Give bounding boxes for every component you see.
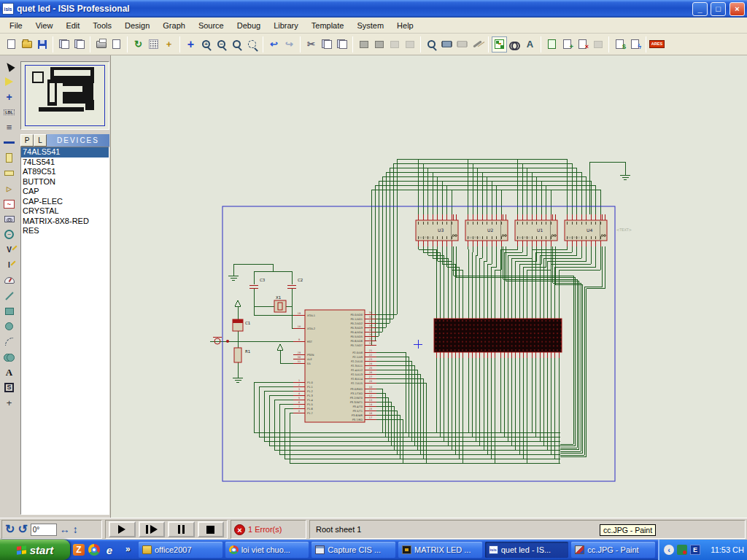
menu-debug[interactable]: Debug bbox=[231, 19, 267, 32]
internet-explorer-icon[interactable]: e bbox=[104, 544, 115, 556]
generator-mode-icon[interactable]: ~ bbox=[0, 227, 18, 242]
new-sheet-icon[interactable]: + bbox=[560, 36, 575, 52]
pick-devices-button[interactable]: P bbox=[20, 134, 34, 147]
2d-line-mode-icon[interactable] bbox=[0, 288, 18, 303]
redo-icon[interactable]: ↪ bbox=[282, 36, 297, 52]
device-item-at89c51[interactable]: AT89C51 bbox=[21, 167, 109, 177]
print-icon[interactable] bbox=[93, 36, 109, 52]
menu-tools[interactable]: Tools bbox=[86, 19, 118, 32]
block-move-icon[interactable] bbox=[371, 36, 387, 52]
2d-circle-mode-icon[interactable] bbox=[0, 319, 18, 334]
block-copy-icon[interactable] bbox=[356, 36, 371, 52]
stop-button[interactable] bbox=[198, 521, 225, 537]
taskbar-task-4[interactable]: MATRIX LED ... bbox=[398, 542, 482, 558]
device-item-matrix-8x8-red[interactable]: MATRIX-8X8-RED bbox=[21, 217, 109, 227]
device-item-cap-elec[interactable]: CAP-ELEC bbox=[21, 197, 109, 207]
wire-autorouter-icon[interactable] bbox=[492, 36, 507, 52]
zoom-area-icon[interactable] bbox=[244, 36, 260, 52]
terminals-mode-icon[interactable] bbox=[0, 166, 18, 181]
zoom-all-icon[interactable] bbox=[229, 36, 244, 52]
menu-graph[interactable]: Graph bbox=[156, 19, 192, 32]
current-probe-mode-icon[interactable]: I bbox=[0, 257, 18, 273]
mark-output-area-icon[interactable] bbox=[109, 36, 124, 52]
2d-arc-mode-icon[interactable] bbox=[0, 334, 18, 349]
antivirus-icon[interactable] bbox=[677, 545, 687, 555]
2d-symbol-mode-icon[interactable]: S bbox=[0, 380, 18, 395]
buses-mode-icon[interactable] bbox=[0, 135, 18, 150]
taskbar-task-5[interactable]: isisquet led - IS... bbox=[485, 542, 569, 558]
menu-view[interactable]: View bbox=[29, 19, 60, 32]
rotate-cw-button[interactable]: ↻ bbox=[5, 524, 15, 535]
device-item-74ls541[interactable]: 74LS541 bbox=[21, 158, 109, 168]
open-design-icon[interactable] bbox=[19, 36, 34, 52]
paste-icon[interactable] bbox=[334, 36, 349, 52]
taskbar-task-1[interactable]: office2007 bbox=[139, 542, 222, 558]
pause-button[interactable] bbox=[168, 521, 195, 537]
rotate-ccw-button[interactable]: ↺ bbox=[18, 524, 27, 535]
chevron-icon[interactable]: » bbox=[125, 544, 131, 554]
2d-box-mode-icon[interactable] bbox=[0, 303, 18, 319]
device-pins-mode-icon[interactable]: ▷ bbox=[0, 181, 18, 196]
junction-dot-mode-icon[interactable]: + bbox=[0, 89, 18, 104]
packaging-tool-icon[interactable] bbox=[454, 36, 470, 52]
mirror-x-button[interactable]: ↔ bbox=[60, 524, 70, 534]
goto-sheet-icon[interactable] bbox=[590, 36, 605, 52]
step-button[interactable] bbox=[139, 521, 166, 537]
unikey-icon[interactable]: Z bbox=[73, 544, 85, 556]
cut-icon[interactable]: ✂ bbox=[303, 36, 319, 52]
component-mode-icon[interactable] bbox=[0, 74, 18, 89]
virtual-instruments-mode-icon[interactable] bbox=[0, 273, 18, 288]
zoom-in-icon[interactable]: + bbox=[198, 36, 214, 52]
device-item-res[interactable]: RES bbox=[21, 226, 109, 236]
2d-text-mode-icon[interactable]: A bbox=[0, 365, 18, 380]
maximize-button[interactable]: □ bbox=[711, 2, 726, 16]
pan-icon[interactable]: + bbox=[183, 36, 198, 52]
undo-icon[interactable]: ↩ bbox=[266, 36, 282, 52]
new-design-icon[interactable] bbox=[4, 36, 19, 52]
design-explorer-icon[interactable] bbox=[544, 36, 560, 52]
history-back-icon[interactable]: ‹ bbox=[664, 545, 674, 555]
wire-label-mode-icon[interactable]: LBL bbox=[0, 104, 18, 120]
zoom-out-icon[interactable]: − bbox=[214, 36, 229, 52]
play-button[interactable] bbox=[109, 521, 136, 537]
toggle-grid-icon[interactable] bbox=[146, 36, 161, 52]
device-item-cap[interactable]: CAP bbox=[21, 187, 109, 197]
menu-help[interactable]: Help bbox=[390, 19, 420, 32]
chrome-icon[interactable] bbox=[88, 544, 100, 556]
remove-sheet-icon[interactable]: × bbox=[575, 36, 590, 52]
redraw-icon[interactable]: ↻ bbox=[131, 36, 146, 52]
menu-design[interactable]: Design bbox=[118, 19, 156, 32]
tape-recorder-mode-icon[interactable] bbox=[0, 211, 18, 227]
error-icon[interactable]: × bbox=[234, 524, 245, 535]
block-rotate-icon[interactable] bbox=[387, 36, 402, 52]
selection-mode-icon[interactable] bbox=[0, 58, 18, 74]
mirror-y-button[interactable]: ↕ bbox=[73, 524, 78, 534]
led-matrix[interactable] bbox=[434, 319, 562, 352]
graph-mode-icon[interactable]: ~ bbox=[0, 196, 18, 211]
device-item-74als541[interactable]: 74ALS541 bbox=[21, 147, 109, 158]
electrical-rule-check-icon[interactable]: ϟ bbox=[627, 36, 643, 52]
voltage-probe-mode-icon[interactable]: V bbox=[0, 242, 18, 257]
menu-source[interactable]: Source bbox=[192, 19, 231, 32]
2d-path-mode-icon[interactable] bbox=[0, 349, 18, 365]
import-section-icon[interactable] bbox=[56, 36, 71, 52]
minimize-button[interactable]: _ bbox=[692, 2, 708, 16]
menu-file[interactable]: File bbox=[3, 19, 29, 32]
menu-system[interactable]: System bbox=[350, 19, 390, 32]
block-delete-icon[interactable] bbox=[402, 36, 417, 52]
start-button[interactable]: start bbox=[0, 540, 70, 560]
search-and-tag-icon[interactable] bbox=[507, 36, 522, 52]
taskbar-task-2[interactable]: loi viet chuo... bbox=[225, 542, 309, 558]
decompose-icon[interactable] bbox=[470, 36, 485, 52]
false-origin-icon[interactable]: + bbox=[161, 36, 177, 52]
taskbar-task-6[interactable]: cc.JPG - Paint bbox=[571, 542, 655, 558]
rotation-angle-field[interactable]: 0° bbox=[31, 524, 57, 536]
property-assignment-icon[interactable]: A bbox=[522, 36, 538, 52]
language-e-icon[interactable]: E bbox=[690, 545, 700, 555]
2d-marker-mode-icon[interactable]: + bbox=[0, 395, 18, 411]
pick-device-icon[interactable] bbox=[424, 36, 439, 52]
menu-library[interactable]: Library bbox=[267, 19, 305, 32]
subcircuit-mode-icon[interactable] bbox=[0, 150, 18, 166]
text-script-mode-icon[interactable]: ≡ bbox=[0, 120, 18, 135]
make-device-icon[interactable] bbox=[439, 36, 454, 52]
